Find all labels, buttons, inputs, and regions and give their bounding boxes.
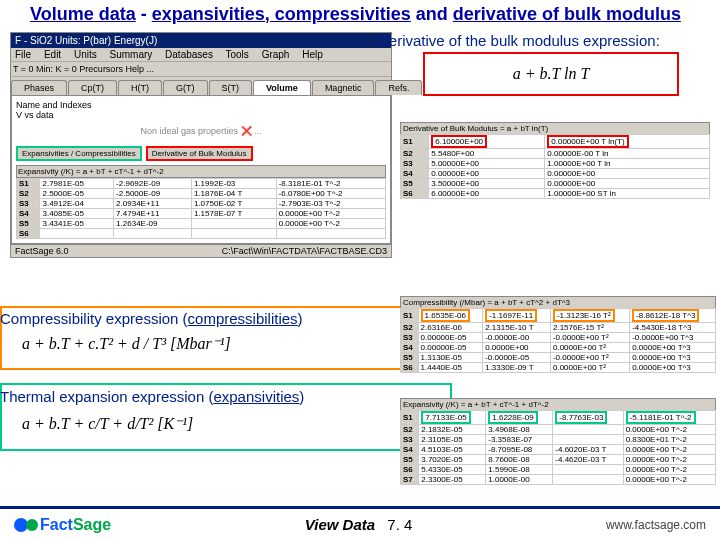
pane-value: V vs data — [16, 110, 386, 120]
deriv-grid: S16.10000E+000.00000E+00 T ln(T) S25.548… — [400, 134, 710, 199]
comp-panel: Compressibility (/Mbar) = a + bT + cT^2 … — [400, 296, 716, 373]
tab-cp[interactable]: Cp(T) — [68, 80, 117, 95]
menu-summary[interactable]: Summary — [110, 49, 153, 60]
menubar[interactable]: File Edit Units Summary Databases Tools … — [11, 48, 391, 62]
exp-panel-title: Expansivity (/K) = a + bT + cT^-1 + dT^-… — [400, 398, 716, 410]
toolbar: T = 0 Min: K = 0 Precursors Help ... — [11, 62, 391, 77]
volume-pane: Name and Indexes V vs data Non ideal gas… — [11, 95, 391, 244]
window-titlebar: F - SiO2 Units: P(bar) Energy(J) — [11, 33, 391, 48]
menu-graph[interactable]: Graph — [262, 49, 290, 60]
tab-phases[interactable]: Phases — [11, 80, 67, 95]
therm-callout-title: Thermal expansion expression (expansivit… — [0, 388, 304, 405]
pane-label: Name and Indexes — [16, 100, 386, 110]
deriv-formula-box: a + b.T ln T — [423, 52, 679, 96]
grid-title: Expansivity (/K) = a + bT + cT^-1 + dT^-… — [16, 165, 386, 178]
exp-grid: S17.7133E-051.6228E-09-8.7763E-03-5.1181… — [400, 410, 716, 485]
exp-panel: Expansivity (/K) = a + bT + cT^-1 + dT^-… — [400, 398, 716, 485]
menu-help[interactable]: Help — [302, 49, 323, 60]
menu-units[interactable]: Units — [74, 49, 97, 60]
tab-refs[interactable]: Refs. — [375, 80, 422, 95]
comp-formula: a + b.T + c.T² + d / T³ [Mbar⁻¹] — [22, 334, 231, 353]
menu-edit[interactable]: Edit — [44, 49, 61, 60]
expansivity-button[interactable]: Expansivities / Compressibilities — [16, 146, 142, 161]
comp-grid: S11.6535E-06-1.1697E-11-1.3123E-16 T²-8.… — [400, 308, 716, 373]
tab-magnetic[interactable]: Magnetic — [312, 80, 375, 95]
factsage-logo: FactSage — [14, 516, 111, 534]
page-title: Volume data - expansivities, compressivi… — [0, 0, 720, 29]
menu-databases[interactable]: Databases — [165, 49, 213, 60]
statusbar: FactSage 6.0 C:\Fact\Win\FACTDATA\FACTBA… — [11, 244, 391, 257]
tab-s[interactable]: S(T) — [209, 80, 253, 95]
comp-callout-title: Compressibility expression (compressibil… — [0, 310, 303, 327]
version-label: 7. 4 — [387, 516, 412, 533]
expansivity-grid: S12.7981E-05-2.9692E-091.1992E-03-8.3181… — [16, 178, 386, 239]
tab-row: Phases Cp(T) H(T) G(T) S(T) Volume Magne… — [11, 77, 391, 95]
tab-g[interactable]: G(T) — [163, 80, 208, 95]
therm-formula: a + b.T + c/T + d/T² [K⁻¹] — [22, 414, 193, 433]
comp-panel-title: Compressibility (/Mbar) = a + bT + cT^2 … — [400, 296, 716, 308]
menu-tools[interactable]: Tools — [226, 49, 249, 60]
status-right: C:\Fact\Win\FACTDATA\FACTBASE.CD3 — [222, 246, 387, 256]
tab-h[interactable]: H(T) — [118, 80, 162, 95]
deriv-panel-title: Derivative of Bulk Modulus = a + bT ln(T… — [400, 122, 710, 134]
footer: FactSage View Data 7. 4 www.factsage.com — [0, 506, 720, 540]
bulk-modulus-button[interactable]: Derivative of Bulk Modulus — [146, 146, 253, 161]
logo-orb-green — [26, 519, 38, 531]
deriv-panel: Derivative of Bulk Modulus = a + bT ln(T… — [400, 122, 710, 199]
tab-volume[interactable]: Volume — [253, 80, 311, 95]
deriv-callout-title: Derivative of the bulk modulus expressio… — [378, 32, 660, 49]
factsage-window: F - SiO2 Units: P(bar) Energy(J) File Ed… — [10, 32, 392, 258]
nonideal-box: Non ideal gas properties ❌ ... — [16, 120, 386, 142]
menu-file[interactable]: File — [15, 49, 31, 60]
footer-url[interactable]: www.factsage.com — [606, 518, 706, 532]
view-data-label: View Data — [305, 516, 375, 533]
status-left: FactSage 6.0 — [15, 246, 69, 256]
deriv-formula: a + b.T ln T — [513, 65, 590, 83]
